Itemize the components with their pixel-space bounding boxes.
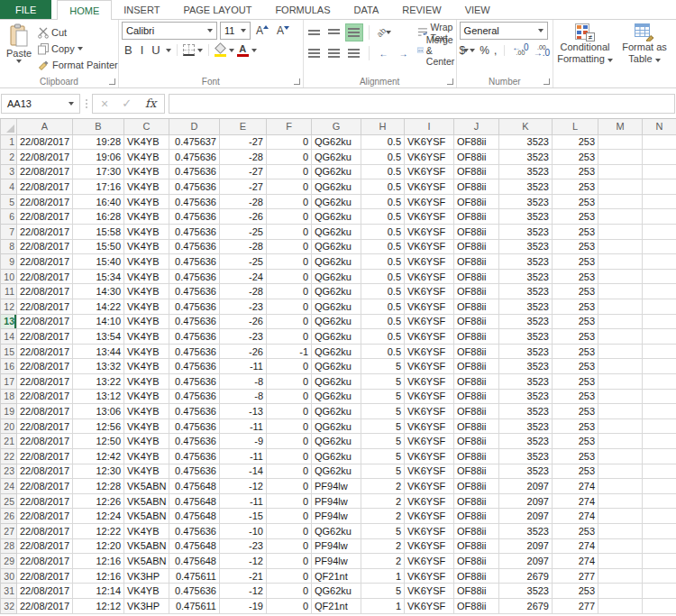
cell-E26[interactable]: -15	[220, 509, 267, 524]
cell-H18[interactable]: 5	[361, 389, 405, 404]
cell-E13[interactable]: -26	[220, 314, 267, 329]
cell-I31[interactable]: VK6YSF	[405, 584, 454, 599]
align-bottom-button[interactable]	[346, 24, 362, 41]
cell-M24[interactable]	[598, 479, 643, 494]
cell-B4[interactable]: 17:16	[73, 179, 124, 195]
cell-D30[interactable]: 0.475611	[169, 568, 220, 584]
cell-M31[interactable]	[598, 584, 643, 599]
cell-F17[interactable]: 0	[267, 374, 312, 390]
align-middle-button[interactable]	[326, 24, 343, 41]
cell-A9[interactable]: 22/08/2017	[17, 254, 73, 270]
cell-I3[interactable]: VK6YSF	[405, 164, 454, 179]
cell-K22[interactable]: 3523	[499, 448, 553, 464]
row-header-6[interactable]: 6	[1, 209, 17, 225]
cell-H25[interactable]: 2	[361, 493, 405, 509]
cell-H31[interactable]: 5	[361, 584, 405, 599]
cell-L10[interactable]: 253	[553, 269, 598, 284]
cell-H15[interactable]: 0.5	[361, 344, 405, 359]
format-painter-button[interactable]: Format Painter	[38, 57, 118, 73]
cell-H3[interactable]: 0.5	[361, 164, 405, 179]
cut-button[interactable]: Cut	[38, 24, 118, 41]
cell-N21[interactable]	[643, 434, 676, 449]
cell-N30[interactable]	[643, 568, 676, 584]
row-header-11[interactable]: 11	[1, 284, 17, 299]
cell-F25[interactable]: 0	[267, 493, 312, 509]
cell-C12[interactable]: VK4YB	[124, 299, 169, 315]
cell-D3[interactable]: 0.475636	[169, 164, 220, 179]
cell-J9[interactable]: OF88ii	[454, 254, 499, 270]
cell-E29[interactable]: -12	[220, 554, 267, 569]
cell-I32[interactable]: VK6YSF	[405, 598, 454, 613]
cell-N11[interactable]	[643, 284, 676, 299]
cell-H22[interactable]: 5	[361, 448, 405, 464]
decrease-decimal-button[interactable]: .00 →.0	[534, 45, 550, 56]
cell-B9[interactable]: 15:40	[73, 254, 124, 270]
fill-color-dropdown-arrow[interactable]	[229, 49, 234, 52]
cell-L30[interactable]: 277	[553, 568, 598, 584]
cell-G29[interactable]: PF94lw	[312, 554, 361, 569]
cell-E19[interactable]: -13	[220, 404, 267, 419]
insert-function-icon[interactable]: fx	[145, 97, 156, 110]
font-color-dropdown-arrow[interactable]	[251, 49, 257, 52]
cell-F27[interactable]: 0	[267, 523, 312, 538]
increase-font-size-button[interactable]: A	[253, 24, 271, 37]
cell-K3[interactable]: 3523	[499, 164, 553, 179]
cell-H1[interactable]: 0.5	[361, 134, 405, 150]
cell-B31[interactable]: 12:14	[73, 584, 124, 599]
cell-D6[interactable]: 0.475636	[169, 209, 220, 225]
clipboard-dialog-launcher-icon[interactable]	[109, 78, 115, 85]
cell-K15[interactable]: 3523	[499, 344, 553, 359]
copy-button[interactable]: Copy	[38, 41, 118, 57]
cell-K28[interactable]: 2097	[499, 538, 553, 554]
row-header-25[interactable]: 25	[1, 493, 17, 509]
cell-J30[interactable]: OF88ii	[454, 568, 499, 584]
cell-B21[interactable]: 12:50	[73, 434, 124, 449]
cell-E11[interactable]: -28	[220, 284, 267, 299]
cell-J11[interactable]: OF88ii	[454, 284, 499, 299]
cell-C14[interactable]: VK4YB	[124, 329, 169, 345]
cell-A14[interactable]: 22/08/2017	[17, 329, 73, 345]
cell-J12[interactable]: OF88ii	[454, 299, 499, 315]
cell-E4[interactable]: -27	[220, 179, 267, 195]
cell-C22[interactable]: VK4YB	[124, 448, 169, 464]
cell-M9[interactable]	[598, 254, 643, 270]
borders-dropdown-arrow[interactable]	[197, 49, 203, 52]
cell-F18[interactable]: 0	[267, 389, 312, 404]
cell-A28[interactable]: 22/08/2017	[17, 538, 73, 554]
row-header-22[interactable]: 22	[1, 448, 17, 464]
row-header-14[interactable]: 14	[1, 329, 17, 345]
cell-B13[interactable]: 14:10	[73, 314, 124, 329]
cell-G18[interactable]: QG62ku	[312, 389, 361, 404]
tab-page-layout[interactable]: PAGE LAYOUT	[171, 0, 263, 19]
column-header-J[interactable]: J	[454, 119, 499, 134]
cell-C1[interactable]: VK4YB	[124, 134, 169, 150]
cell-I4[interactable]: VK6YSF	[405, 179, 454, 195]
cell-N10[interactable]	[643, 269, 676, 284]
cell-L27[interactable]: 253	[553, 523, 598, 538]
increase-indent-button[interactable]: →	[396, 45, 412, 61]
column-header-B[interactable]: B	[73, 119, 124, 134]
row-header-20[interactable]: 20	[1, 418, 17, 434]
row-header-29[interactable]: 29	[1, 554, 17, 569]
row-header-16[interactable]: 16	[1, 359, 17, 374]
cell-I20[interactable]: VK6YSF	[405, 418, 454, 434]
accounting-dropdown-arrow[interactable]	[470, 49, 475, 52]
row-header-3[interactable]: 3	[1, 164, 17, 179]
cell-N25[interactable]	[643, 493, 676, 509]
cell-B20[interactable]: 12:56	[73, 418, 124, 434]
cell-H27[interactable]: 5	[361, 523, 405, 538]
cell-I9[interactable]: VK6YSF	[405, 254, 454, 270]
row-header-5[interactable]: 5	[1, 194, 17, 209]
cell-A5[interactable]: 22/08/2017	[17, 194, 73, 209]
cell-C16[interactable]: VK4YB	[124, 359, 169, 374]
cell-D26[interactable]: 0.475648	[169, 509, 220, 524]
cell-M21[interactable]	[598, 434, 643, 449]
cell-K23[interactable]: 3523	[499, 464, 553, 479]
cell-E18[interactable]: -8	[220, 389, 267, 404]
cell-L11[interactable]: 253	[553, 284, 598, 299]
cell-I13[interactable]: VK6YSF	[405, 314, 454, 329]
cell-E30[interactable]: -21	[220, 568, 267, 584]
cell-C21[interactable]: VK4YB	[124, 434, 169, 449]
cell-E1[interactable]: -27	[220, 134, 267, 150]
cell-E21[interactable]: -9	[220, 434, 267, 449]
